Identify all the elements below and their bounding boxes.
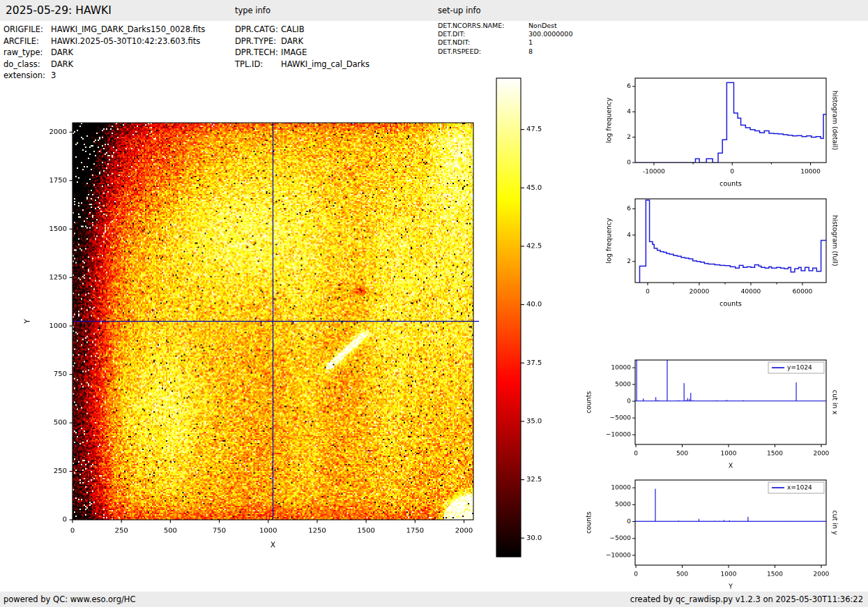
meta-value: 1 [528,38,533,47]
meta-value: 300.0000000 [528,30,572,38]
meta-label: TPL.ID: [235,59,281,70]
meta-label: do_class: [3,59,51,70]
meta-value: HAWKI_img_cal_Darks [281,59,370,70]
page-title: 2025-05-29: HAWKI [6,0,112,21]
qc-report-page: { "header": { "title": "2025-05-29: HAWK… [0,0,868,607]
footer-band: powered by QC: www.eso.org/HC created by… [0,592,868,607]
meta-row-dit: DET.DIT: 300.0000000 [438,30,572,38]
meta-value: HAWKI.2025-05-30T10:42:23.603.fits [51,36,200,47]
type-info-block: DPR.CATG: CALIB DPR.TYPE: DARK DPR.TECH:… [235,24,370,70]
meta-value: 8 [528,47,533,56]
meta-row-tplid: TPL.ID: HAWKI_img_cal_Darks [235,59,370,70]
figure-canvas [0,70,868,593]
meta-value: DARK [51,47,73,59]
meta-label: ARCFILE: [3,36,51,47]
meta-row-ncorrs: DET.NCORRS.NAME: NonDest [438,22,572,30]
meta-row-arcfile: ARCFILE: HAWKI.2025-05-30T10:42:23.603.f… [3,36,205,47]
footer-created-by: created by qc_rawdisp.py v1.2.3 on 2025-… [630,592,863,607]
meta-value: NonDest [528,22,557,30]
meta-label: DPR.TYPE: [235,36,281,47]
meta-label: DET.RSPEED: [438,47,528,56]
meta-row-ndit: DET.NDIT: 1 [438,38,572,47]
meta-value: HAWKI_IMG_DARK_Darks150_0028.fits [51,24,205,36]
meta-label: DPR.CATG: [235,24,281,36]
type-info-heading: type info [235,0,271,21]
meta-value: DARK [281,36,303,47]
meta-row-origfile: ORIGFILE: HAWKI_IMG_DARK_Darks150_0028.f… [3,24,205,36]
meta-label: ORIGFILE: [3,24,51,36]
meta-label: DET.DIT: [438,30,528,38]
meta-row-dprtech: DPR.TECH: IMAGE [235,47,370,59]
header-band: 2025-05-29: HAWKI type info set-up info [0,0,868,21]
meta-row-dprcatg: DPR.CATG: CALIB [235,24,370,36]
meta-row-rspeed: DET.RSPEED: 8 [438,47,572,56]
setup-info-block: DET.NCORRS.NAME: NonDest DET.DIT: 300.00… [438,22,572,56]
meta-label: DET.NDIT: [438,38,528,47]
meta-value: DARK [51,59,73,70]
meta-label: DPR.TECH: [235,47,281,59]
setup-info-heading: set-up info [438,0,481,21]
meta-label: DET.NCORRS.NAME: [438,22,528,30]
meta-row-rawtype: raw_type: DARK [3,47,205,59]
footer-powered-by: powered by QC: www.eso.org/HC [3,592,135,607]
meta-row-dprtype: DPR.TYPE: DARK [235,36,370,47]
meta-row-doclass: do_class: DARK [3,59,205,70]
meta-label: raw_type: [3,47,51,59]
meta-value: IMAGE [281,47,307,59]
meta-value: CALIB [281,24,305,36]
